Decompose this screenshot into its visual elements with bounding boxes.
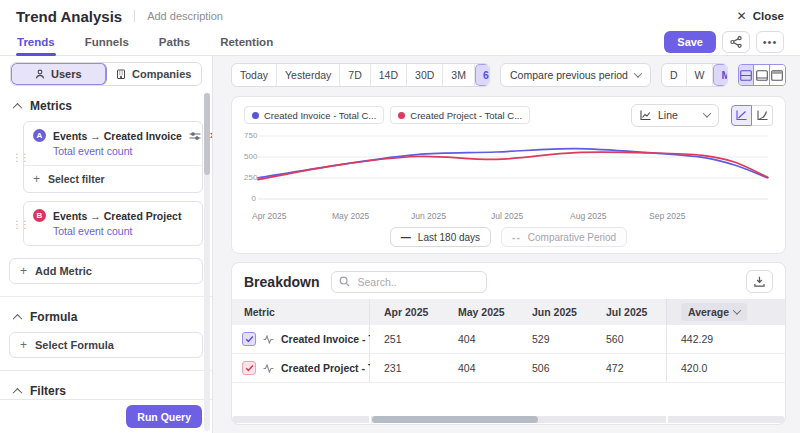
tab-trends[interactable]: Trends: [16, 29, 56, 55]
formula-section-title: Formula: [30, 310, 77, 324]
current-period-legend-button[interactable]: — Last 180 days: [390, 227, 491, 247]
legend-chip-invoice[interactable]: Created Invoice - Total C...: [244, 106, 384, 124]
range-3m[interactable]: 3M: [443, 64, 475, 86]
metric-badge-b: B: [33, 209, 46, 222]
breakdown-search-input[interactable]: [331, 271, 487, 293]
cell-average: 442.29: [666, 325, 785, 353]
column-header-may[interactable]: May 2025: [444, 299, 518, 325]
cell-value: 231: [370, 354, 444, 382]
cell-value: 472: [592, 354, 666, 382]
table-header-row: Metric Apr 2025 May 2025 Jun 2025 Jul 20…: [232, 299, 785, 325]
top-header: Trend Analysis Add description ✕ Close: [0, 0, 800, 28]
chart-card: Created Invoice - Total C... Created Pro…: [231, 96, 786, 254]
sidebar-scrollbar[interactable]: [204, 93, 210, 431]
range-7d[interactable]: 7D: [340, 64, 370, 86]
metrics-section-header[interactable]: Metrics: [14, 99, 202, 113]
line-chart-icon: [640, 110, 651, 120]
granularity-day[interactable]: D: [662, 64, 687, 86]
tab-paths[interactable]: Paths: [158, 29, 191, 55]
sidebar-scrollbar-thumb[interactable]: [204, 93, 210, 175]
chevron-down-icon: [703, 109, 711, 117]
metric-event-label[interactable]: Events → Created Project: [53, 210, 181, 222]
entity-tab-users[interactable]: Users: [11, 63, 107, 85]
sliders-icon[interactable]: [189, 131, 201, 141]
table-scrollbar-thumb[interactable]: [372, 416, 538, 423]
breakdown-title: Breakdown: [244, 274, 319, 290]
entity-tab-companies[interactable]: Companies: [107, 63, 202, 85]
column-header-jun[interactable]: Jun 2025: [518, 299, 592, 325]
tab-bar: Trends Funnels Paths Retention Save •••: [0, 28, 800, 56]
range-today[interactable]: Today: [232, 64, 277, 86]
row-checkbox[interactable]: [242, 361, 256, 375]
range-30d[interactable]: 30D: [407, 64, 443, 86]
filters-section-header[interactable]: Filters: [14, 384, 202, 398]
drag-handle-icon[interactable]: ⋮⋮: [12, 152, 28, 163]
chart-type-label: Line: [658, 109, 678, 121]
metric-card-b: ⋮⋮ B Events → Created Project Total even…: [23, 201, 203, 246]
run-query-button[interactable]: Run Query: [126, 405, 202, 428]
metric-event-label[interactable]: Events → Created Invoice: [53, 130, 182, 142]
linear-mode-button[interactable]: [731, 105, 752, 126]
tab-funnels[interactable]: Funnels: [84, 29, 130, 55]
download-button[interactable]: [746, 270, 773, 293]
layout-chart-view-button[interactable]: [754, 65, 769, 85]
add-metric-button[interactable]: + Add Metric: [9, 258, 203, 284]
search-icon: [339, 276, 350, 287]
column-header-metric[interactable]: Metric: [232, 299, 370, 325]
cumulative-mode-button[interactable]: [752, 105, 773, 126]
x-tick-label: Apr 2025: [252, 211, 287, 221]
range-6m[interactable]: 6M: [475, 64, 490, 86]
select-formula-button[interactable]: + Select Formula: [9, 332, 203, 358]
range-yesterday[interactable]: Yesterday: [277, 64, 340, 86]
layout-split-view-button[interactable]: [739, 65, 754, 85]
main-panel: Today Yesterday 7D 14D 30D 3M 6M Compare…: [213, 56, 800, 433]
drag-handle-icon[interactable]: ⋮⋮: [12, 218, 28, 229]
plus-icon: +: [33, 172, 40, 186]
select-filter-row[interactable]: + Select filter: [24, 165, 202, 192]
range-14d[interactable]: 14D: [371, 64, 407, 86]
cumulative-line-icon: [757, 110, 768, 120]
formula-section-header[interactable]: Formula: [14, 310, 202, 324]
save-button[interactable]: Save: [664, 31, 716, 53]
legend-chip-label: Created Project - Total C...: [410, 110, 522, 121]
column-header-jul[interactable]: Jul 2025: [592, 299, 666, 325]
table-row: Created Invoice - Total Count 251 404 52…: [232, 325, 785, 354]
average-label: Average: [688, 306, 729, 318]
cell-average: 420.0: [666, 354, 785, 382]
breakdown-card: Breakdown Metric Apr 2025 May 2025 J: [231, 262, 786, 425]
cell-value: 404: [444, 354, 518, 382]
share-button[interactable]: [722, 31, 750, 53]
table-horizontal-scrollbar[interactable]: [232, 416, 785, 423]
x-tick-label: May 2025: [332, 211, 369, 221]
comparative-period-legend-button[interactable]: -- Comparative Period: [501, 227, 627, 247]
sidebar-footer: Run Query: [0, 399, 212, 433]
close-button[interactable]: ✕ Close: [737, 9, 784, 23]
column-header-apr[interactable]: Apr 2025: [370, 299, 444, 325]
add-description[interactable]: Add description: [134, 10, 223, 22]
tab-retention[interactable]: Retention: [219, 29, 274, 55]
cell-value: 506: [518, 354, 592, 382]
chart-type-dropdown[interactable]: Line: [631, 104, 719, 127]
column-header-average[interactable]: Average: [666, 299, 785, 325]
legend-chip-project[interactable]: Created Project - Total C...: [390, 106, 530, 124]
pulse-icon: [263, 364, 274, 373]
metric-measure-link[interactable]: Total event count: [24, 144, 202, 165]
legend-chip-label: Created Invoice - Total C...: [264, 110, 376, 121]
sort-chevron-icon: [733, 306, 741, 314]
entity-tab-companies-label: Companies: [132, 68, 191, 80]
split-view-icon: [740, 70, 752, 81]
trend-chart[interactable]: 750 500 250 0 Apr 2025 May 2025 Jun 2025…: [244, 131, 773, 223]
row-checkbox[interactable]: [242, 332, 256, 346]
more-options-button[interactable]: •••: [756, 31, 784, 53]
line-mode-toggles: [731, 105, 773, 126]
metric-measure-link[interactable]: Total event count: [24, 224, 202, 245]
plus-icon: +: [20, 338, 27, 352]
granularity-week[interactable]: W: [687, 64, 714, 86]
cell-value: 560: [592, 325, 666, 353]
metrics-section-title: Metrics: [30, 99, 72, 113]
compare-period-dropdown[interactable]: Compare previous period: [500, 63, 651, 87]
user-icon: [35, 69, 45, 79]
layout-table-view-button[interactable]: [770, 65, 785, 85]
granularity-month[interactable]: M: [713, 64, 728, 86]
solid-line-icon: —: [401, 232, 411, 243]
